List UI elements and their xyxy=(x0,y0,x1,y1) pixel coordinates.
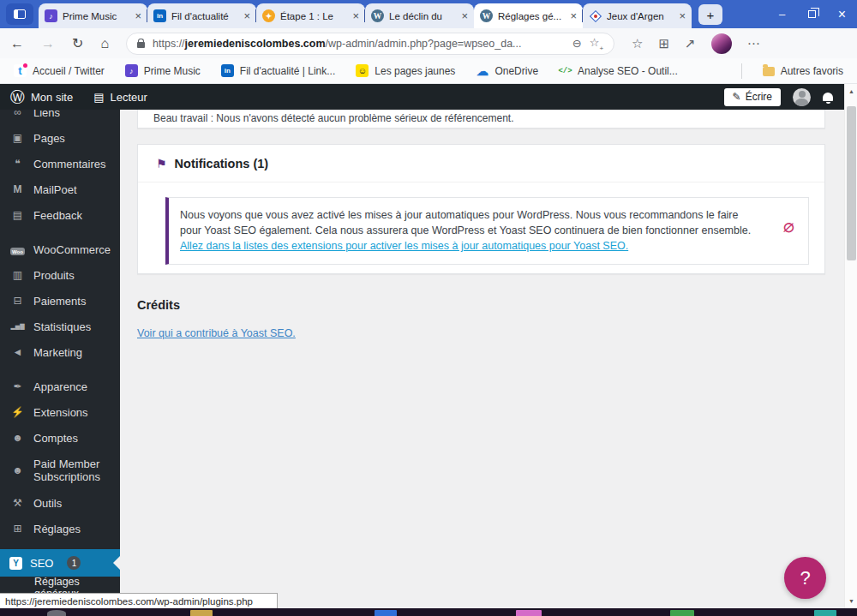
tab-close-icon[interactable]: × xyxy=(135,10,141,21)
notifications-bell-icon[interactable] xyxy=(823,93,833,101)
home-button[interactable]: ⌂ xyxy=(100,37,109,51)
back-button[interactable]: ← xyxy=(10,37,24,51)
tab-etape[interactable]: ✦ Étape 1 : Le × xyxy=(256,3,365,28)
reader-menu[interactable]: ▤Lecteur xyxy=(83,84,158,110)
restore-icon xyxy=(808,10,816,18)
menu-outils[interactable]: ⚒Outils xyxy=(0,490,120,516)
tab-close-icon[interactable]: × xyxy=(461,10,468,21)
dismiss-eye-icon[interactable]: ∅ xyxy=(782,219,795,236)
menu-produits[interactable]: ▥Produits xyxy=(0,262,120,288)
tab-close-icon[interactable]: × xyxy=(243,10,250,21)
menu-feedback[interactable]: ▤Feedback xyxy=(0,202,120,228)
bookmark-label: Prime Music xyxy=(144,65,201,77)
bookmark-label: OneDrive xyxy=(494,65,538,77)
reader-label: Lecteur xyxy=(110,91,147,104)
tab-close-icon[interactable]: × xyxy=(352,10,359,21)
help-beacon-button[interactable]: ? xyxy=(784,557,826,599)
menu-pages[interactable]: ▣Pages xyxy=(0,125,120,151)
notification-count-badge: 1 xyxy=(67,556,81,570)
menu-paid-member-subscriptions[interactable]: ☻Paid Member Subscriptions xyxy=(0,451,120,490)
menu-reglages[interactable]: ⊞Réglages xyxy=(0,516,120,541)
bookmark-prime-music[interactable]: ♪Prime Music xyxy=(125,64,201,77)
tab-reglages-active[interactable]: W Réglages gé... × xyxy=(474,3,583,28)
pages-jaunes-icon: ☺ xyxy=(356,64,369,77)
credits-link[interactable]: Voir qui a contribué à Yoast SEO. xyxy=(137,327,296,339)
forward-button[interactable]: → xyxy=(41,37,55,51)
twitter-icon: t xyxy=(14,64,27,77)
browser-toolbar: ← → ↻ ⌂ https://jeremiedeniscolombes.com… xyxy=(0,28,857,58)
taskbar-icon[interactable] xyxy=(814,610,836,616)
close-button[interactable]: × xyxy=(827,0,857,28)
menu-separator xyxy=(0,228,120,236)
taskbar-icon[interactable] xyxy=(190,610,213,616)
notification-body: Nous voyons que vous avez activé les mis… xyxy=(180,209,751,236)
notification-link[interactable]: Allez dans la listes des extensions pour… xyxy=(180,240,628,252)
address-bar[interactable]: https://jeremiedeniscolombes.com/wp-admi… xyxy=(126,33,614,55)
scrollbar-thumb[interactable] xyxy=(847,106,856,260)
lock-icon[interactable] xyxy=(137,42,145,48)
collections-icon[interactable]: ⊞ xyxy=(659,36,670,51)
tab-title: Fil d'actualité xyxy=(171,11,238,21)
zoom-out-icon[interactable]: ⊖ xyxy=(572,37,582,50)
tab-linkedin[interactable]: in Fil d'actualité × xyxy=(147,3,256,28)
bookmark-pages-jaunes[interactable]: ☺Les pages jaunes xyxy=(356,64,455,77)
write-button[interactable]: ✎Écrire xyxy=(724,88,781,106)
menu-commentaires[interactable]: ❝Commentaires xyxy=(0,151,120,176)
tab-title: Le déclin du xyxy=(389,11,456,21)
menu-statistiques[interactable]: ▂▅▇Statistiques xyxy=(0,314,120,339)
new-tab-button[interactable]: + xyxy=(698,4,722,25)
restore-button[interactable] xyxy=(797,0,827,28)
menu-paiements[interactable]: ⊟Paiements xyxy=(0,288,120,314)
tab-close-icon[interactable]: × xyxy=(570,10,577,21)
tab-actions-button[interactable] xyxy=(6,3,33,25)
scroll-down-icon[interactable]: ▼ xyxy=(845,598,857,604)
menu-apparence[interactable]: ✒Apparence xyxy=(0,374,120,399)
linkedin-favicon: in xyxy=(153,9,166,22)
profile-avatar[interactable] xyxy=(711,33,732,54)
tab-close-icon[interactable]: × xyxy=(679,10,686,21)
menu-extensions[interactable]: ⚡Extensions xyxy=(0,399,120,425)
refresh-button[interactable]: ↻ xyxy=(72,37,83,51)
tab-jeux-argent[interactable]: Jeux d'Argen × xyxy=(583,3,692,28)
menu-comptes[interactable]: ☻Comptes xyxy=(0,425,120,451)
woo-badge: Woo xyxy=(10,248,25,255)
scroll-up-icon[interactable]: ▲ xyxy=(845,88,857,94)
add-favorite-icon[interactable]: ☆+ xyxy=(590,36,603,51)
taskbar-icon[interactable] xyxy=(47,610,66,616)
menu-mailpoet[interactable]: MMailPoet xyxy=(0,176,120,202)
bookmark-linkedin[interactable]: inFil d'actualité | Link... xyxy=(221,64,335,77)
menu-label: Paiements xyxy=(33,295,86,308)
taskbar-icon[interactable] xyxy=(375,610,397,616)
url-text[interactable]: https://jeremiedeniscolombes.com/wp-admi… xyxy=(153,38,565,50)
taskbar-icon[interactable] xyxy=(670,610,694,616)
bookmark-analyse-seo[interactable]: </>Analyse SEO - Outil... xyxy=(559,64,678,77)
menu-label: Pages xyxy=(33,132,65,145)
wp-admin-menu: ∞Liens ▣Pages ❝Commentaires MMailPoet ▤F… xyxy=(0,84,120,608)
menu-label: Réglages xyxy=(33,523,81,535)
menu-marketing[interactable]: ◄Marketing xyxy=(0,339,120,365)
menu-label: Commentaires xyxy=(33,158,106,170)
windows-taskbar[interactable] xyxy=(0,608,857,616)
other-favorites-folder[interactable]: Autres favoris xyxy=(763,65,843,77)
bookmark-twitter[interactable]: tAccueil / Twitter xyxy=(14,64,105,77)
share-icon[interactable]: ↗ xyxy=(685,36,696,51)
taskbar-icon[interactable] xyxy=(516,610,542,616)
page-scrollbar[interactable]: ▲ ▼ xyxy=(844,84,857,608)
menu-label: Paid Member Subscriptions xyxy=(33,458,119,483)
tab-prime-music[interactable]: ♪ Prime Music × xyxy=(39,3,147,28)
tools-icon: ⚒ xyxy=(9,497,26,509)
bookmark-onedrive[interactable]: ☁OneDrive xyxy=(476,64,538,77)
tab-title: Étape 1 : Le xyxy=(280,11,347,21)
tab-le-declin[interactable]: W Le déclin du × xyxy=(365,3,474,28)
linkedin-icon: in xyxy=(221,64,234,77)
settings-menu-icon[interactable]: ⋯ xyxy=(747,36,760,51)
menu-woocommerce[interactable]: WooWooCommerce xyxy=(0,236,120,262)
appearance-icon: ✒ xyxy=(9,380,26,392)
user-avatar[interactable] xyxy=(793,88,811,106)
menu-seo-active[interactable]: YSEO1 xyxy=(0,549,120,577)
wp-admin-bar: ⓌMon site ▤Lecteur ✎Écrire xyxy=(0,84,857,110)
favorites-bar-icon[interactable]: ☆ xyxy=(632,36,643,51)
notification-item: Nous voyons que vous avez activé les mis… xyxy=(165,197,809,265)
minimize-button[interactable]: – xyxy=(767,0,797,28)
my-site-menu[interactable]: ⓌMon site xyxy=(0,84,83,110)
